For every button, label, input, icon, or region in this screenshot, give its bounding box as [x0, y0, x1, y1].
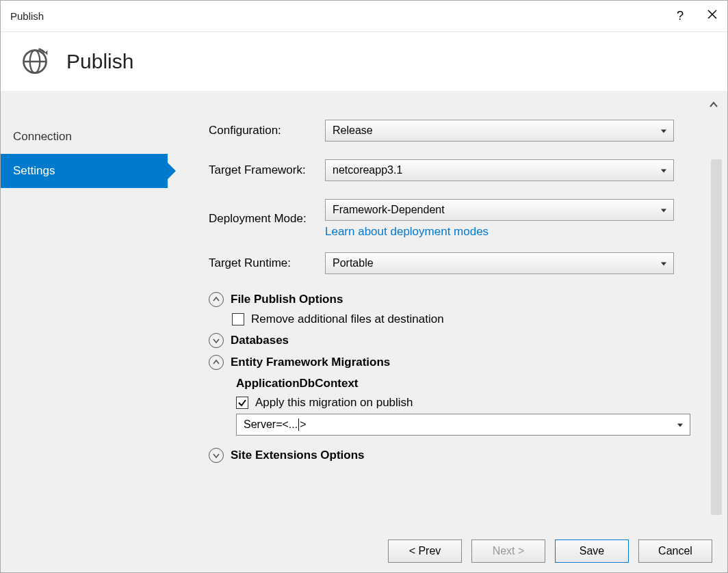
- sidebar: Connection Settings: [1, 91, 168, 529]
- sidebar-item-label: Settings: [13, 164, 55, 178]
- collapse-toggle-databases[interactable]: [209, 333, 224, 348]
- cancel-button[interactable]: Cancel: [638, 539, 712, 563]
- connection-string-input[interactable]: Server=<...>: [236, 414, 690, 436]
- page-header: Publish: [1, 32, 727, 91]
- content-area: Connection Settings Configuration: Relea…: [1, 91, 727, 529]
- next-button: Next >: [471, 539, 545, 563]
- collapse-toggle-ef[interactable]: [209, 355, 224, 370]
- site-extensions-title: Site Extensions Options: [231, 449, 365, 462]
- apply-migration-checkbox[interactable]: [236, 397, 248, 409]
- target-runtime-label: Target Runtime:: [209, 256, 325, 270]
- configuration-label: Configuration:: [209, 124, 325, 137]
- apply-migration-label: Apply this migration on publish: [255, 396, 413, 410]
- target-runtime-value: Portable: [333, 257, 374, 269]
- configuration-value: Release: [333, 124, 373, 137]
- target-framework-value: netcoreapp3.1: [333, 164, 402, 176]
- databases-title: Databases: [231, 334, 289, 347]
- sidebar-item-label: Connection: [13, 130, 72, 144]
- titlebar: Publish ?: [1, 1, 727, 32]
- deployment-mode-value: Framework-Dependent: [333, 204, 445, 216]
- sidebar-item-settings[interactable]: Settings: [1, 154, 168, 188]
- main-panel: Configuration: Release Target Framework:…: [168, 91, 727, 529]
- deployment-mode-label: Deployment Mode:: [209, 212, 325, 226]
- scrollbar[interactable]: [711, 159, 722, 515]
- close-icon[interactable]: [707, 9, 718, 23]
- deployment-mode-link[interactable]: Learn about deployment modes: [325, 225, 489, 239]
- collapse-toggle-site-ext[interactable]: [209, 448, 224, 463]
- collapse-toggle-file-publish[interactable]: [209, 292, 224, 307]
- svg-marker-5: [45, 51, 48, 55]
- ef-title: Entity Framework Migrations: [231, 356, 390, 369]
- save-button[interactable]: Save: [555, 539, 629, 563]
- remove-files-checkbox[interactable]: [232, 313, 244, 325]
- globe-arrow-icon: [20, 46, 50, 77]
- connection-string-value: Server=<...>: [244, 418, 307, 431]
- help-icon[interactable]: ?: [677, 9, 684, 23]
- remove-files-label: Remove additional files at destination: [251, 312, 444, 326]
- target-framework-label: Target Framework:: [209, 163, 325, 177]
- ef-context-name: ApplicationDbContext: [232, 377, 718, 390]
- scroll-up-icon[interactable]: [710, 99, 718, 110]
- file-publish-title: File Publish Options: [231, 293, 343, 306]
- target-runtime-dropdown[interactable]: Portable: [325, 252, 674, 274]
- sidebar-item-connection[interactable]: Connection: [1, 120, 168, 154]
- prev-button[interactable]: < Prev: [388, 539, 462, 563]
- configuration-dropdown[interactable]: Release: [325, 120, 674, 142]
- page-title: Publish: [66, 50, 133, 73]
- window-title: Publish: [10, 10, 677, 22]
- deployment-mode-dropdown[interactable]: Framework-Dependent: [325, 199, 674, 221]
- target-framework-dropdown[interactable]: netcoreapp3.1: [325, 159, 674, 181]
- footer: < Prev Next > Save Cancel: [1, 529, 727, 573]
